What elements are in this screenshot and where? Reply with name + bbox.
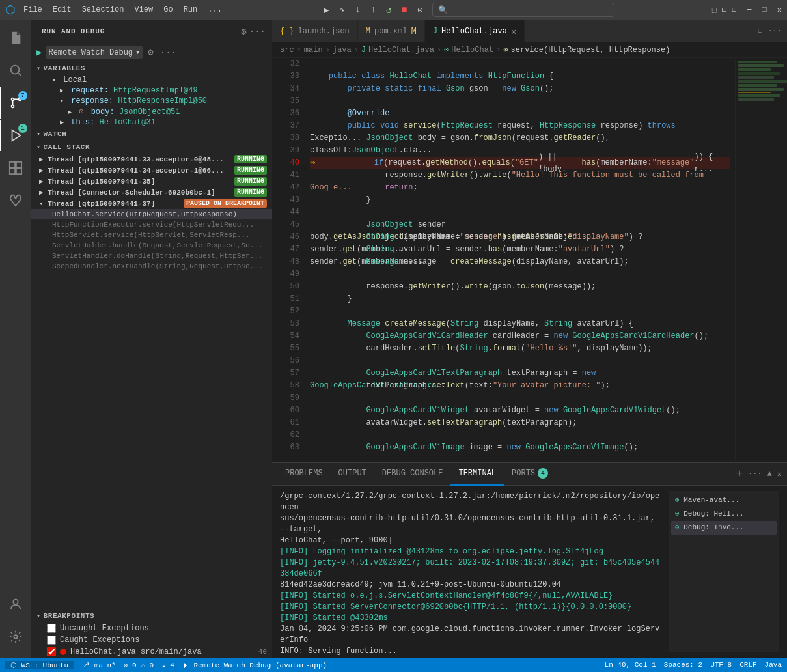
chevron-icon: ▾	[36, 612, 41, 620]
code-line-63: GoogleAppsCardV1Image image = new Google…	[310, 441, 730, 454]
menu-more[interactable]: ...	[208, 5, 222, 14]
split-editor-button[interactable]: ⊟	[758, 26, 762, 36]
bc-src[interactable]: src	[280, 46, 294, 55]
stack-frame[interactable]: ServletHolder.handle(Request,ServletRequ…	[31, 240, 272, 251]
status-wsl[interactable]: ⬡ WSL: Ubuntu	[5, 661, 74, 669]
bc-java[interactable]: java	[333, 46, 352, 55]
thread-item[interactable]: ▶ Thread [qtp1500079441-35] RUNNING	[31, 176, 272, 187]
menu-view[interactable]: View	[134, 5, 153, 14]
debug-more-icon[interactable]: ···	[159, 46, 178, 59]
activity-test[interactable]	[0, 185, 31, 216]
watch-header[interactable]: ▾ WATCH	[31, 128, 272, 141]
status-line-ending[interactable]: CRLF	[739, 661, 756, 669]
terminal-item-debug-hell[interactable]: ⊙ Debug: Hell...	[671, 507, 777, 521]
breakpoints-header[interactable]: ▾ BREAKPOINTS	[31, 609, 272, 623]
continue-button[interactable]: ▶	[319, 3, 333, 17]
status-spaces[interactable]: Spaces: 2	[664, 661, 702, 669]
activity-search[interactable]	[0, 55, 31, 86]
debug-config-dropdown[interactable]: Remote Watch Debug ▾	[46, 46, 143, 59]
close-button[interactable]: ✕	[777, 5, 782, 15]
activity-run-debug[interactable]: 1	[0, 120, 31, 151]
step-into-button[interactable]: ↓	[350, 3, 365, 17]
thread-item[interactable]: ▶ Thread [Connector-Scheduler-6920b0bc-1…	[31, 187, 272, 198]
panel-tab-output[interactable]: OUTPUT	[331, 463, 374, 486]
tabs-more-button[interactable]: ···	[767, 27, 782, 36]
bc-class[interactable]: HelloChat	[451, 46, 493, 55]
command-search[interactable]: 🔍	[432, 3, 614, 17]
status-position[interactable]: Ln 40, Col 1	[605, 661, 656, 669]
menu-go[interactable]: Go	[163, 5, 173, 14]
minimize-button[interactable]: ─	[747, 5, 751, 15]
layout-icon[interactable]: ⬚	[712, 5, 717, 15]
code-content[interactable]: 3233343536 373839 40 4142434445 46474849…	[272, 58, 787, 462]
var-local[interactable]: ▾ Local	[31, 75, 272, 85]
bp-hello-chat[interactable]: HelloChat.java src/main/java 40	[31, 646, 272, 658]
var-key: request:	[71, 86, 113, 95]
bc-main[interactable]: main	[304, 46, 323, 55]
bp-uncaught-checkbox[interactable]	[47, 624, 56, 633]
bc-method[interactable]: service(HttpRequest, HttpResponse)	[511, 46, 670, 55]
maximize-button[interactable]: □	[762, 5, 767, 15]
bp-hello-chat-checkbox[interactable]	[47, 647, 56, 656]
bp-caught[interactable]: Caught Exceptions	[31, 634, 272, 646]
variables-header[interactable]: ▾ VARIABLES	[31, 62, 272, 75]
tab-launch-json[interactable]: { } launch.json	[272, 20, 358, 42]
menu-run[interactable]: Run	[184, 5, 198, 14]
status-errors[interactable]: ⊗ 0 ⚠ 0	[124, 661, 154, 669]
stack-frame-active[interactable]: HelloChat.service(HttpRequest,HttpRespon…	[31, 209, 272, 219]
activity-extensions[interactable]	[0, 152, 31, 184]
var-request[interactable]: ▶ request: HttpRequestImpl@49	[31, 85, 272, 96]
panel-tab-debug-console[interactable]: DEBUG CONSOLE	[374, 463, 451, 486]
thread-item[interactable]: ▶ Thread [qtp1500079441-34-acceptor-1@66…	[31, 165, 272, 176]
menu-file[interactable]: File	[23, 5, 42, 14]
activity-source-control[interactable]: 7	[0, 87, 31, 119]
panel-tab-problems[interactable]: PROBLEMS	[277, 463, 331, 486]
stop-button[interactable]: ■	[397, 3, 411, 17]
var-this[interactable]: ▶ this: HelloChat@31	[31, 117, 272, 128]
var-body[interactable]: ▶ ⊙ body: JsonObject@51	[31, 106, 272, 117]
activity-settings[interactable]	[0, 621, 31, 652]
terminal-item-maven[interactable]: ⊙ Maven-avat...	[671, 494, 777, 507]
bc-file[interactable]: HelloChat.java	[368, 46, 434, 55]
tab-hello-chat-java[interactable]: J HelloChat.java ✕	[425, 20, 525, 42]
status-debug[interactable]: ☁ 4	[161, 661, 174, 669]
more-icon[interactable]: ···	[248, 25, 267, 38]
panel-maximize-button[interactable]: ▲	[767, 469, 772, 479]
panel-tab-ports[interactable]: PORTS 4	[504, 463, 556, 486]
settings-icon[interactable]: ⚙	[240, 25, 247, 38]
add-terminal-button[interactable]: +	[736, 468, 743, 480]
panel-tab-terminal[interactable]: TERMINAL	[450, 463, 504, 486]
status-encoding[interactable]: UTF-8	[710, 661, 732, 669]
terminal-item-debug-invo[interactable]: ⊙ Debug: Invo...	[671, 521, 777, 535]
tab-close-button[interactable]: ✕	[511, 26, 516, 37]
stack-frame[interactable]: HttpServlet.service(HttpServlet,ServletR…	[31, 230, 272, 240]
activity-explorer[interactable]	[0, 22, 31, 53]
panel-more-button[interactable]: ···	[748, 469, 762, 479]
thread-item[interactable]: ▶ Thread [qtp1500079441-33-acceptor-0@48…	[31, 154, 272, 165]
bp-caught-checkbox[interactable]	[47, 636, 56, 645]
play-icon[interactable]: ▶	[36, 47, 42, 58]
menu-edit[interactable]: Edit	[53, 5, 72, 14]
step-out-button[interactable]: ↑	[366, 3, 380, 17]
step-over-button[interactable]: ↷	[335, 3, 349, 17]
var-response[interactable]: ▾ response: HttpResponseImpl@50	[31, 96, 272, 106]
stack-frame[interactable]: HttpFunctionExecutor.service(HttpServlet…	[31, 219, 272, 230]
activity-account[interactable]	[0, 589, 31, 620]
bp-uncaught[interactable]: Uncaught Exceptions	[31, 623, 272, 634]
stack-frame[interactable]: ScopedHandler.nextHandle(String,Request,…	[31, 261, 272, 272]
grid-icon[interactable]: ⊞	[732, 5, 736, 15]
code-line-51: }	[310, 293, 730, 305]
status-language[interactable]: Java	[765, 661, 782, 669]
status-branch[interactable]: ⎇ main*	[81, 661, 116, 669]
stack-frame[interactable]: ServletHandler.doHandle(String,Request,H…	[31, 251, 272, 261]
panel-close-button[interactable]: ✕	[777, 469, 782, 479]
tab-pom-xml[interactable]: M pom.xml M	[358, 20, 425, 42]
thread-item-paused[interactable]: ▾ Thread [qtp1500079441-37] PAUSED ON BR…	[31, 198, 272, 209]
debug-settings-icon[interactable]: ⚙	[146, 46, 154, 59]
menu-selection[interactable]: Selection	[82, 5, 124, 14]
call-stack-header[interactable]: ▾ CALL STACK	[31, 141, 272, 154]
restart-button[interactable]: ↺	[381, 3, 396, 17]
status-debug-label[interactable]: ⏵ Remote Watch Debug (avatar-app)	[182, 661, 327, 669]
breakpoints-button[interactable]: ⊙	[413, 3, 427, 17]
split-icon[interactable]: ⊟	[722, 5, 726, 15]
